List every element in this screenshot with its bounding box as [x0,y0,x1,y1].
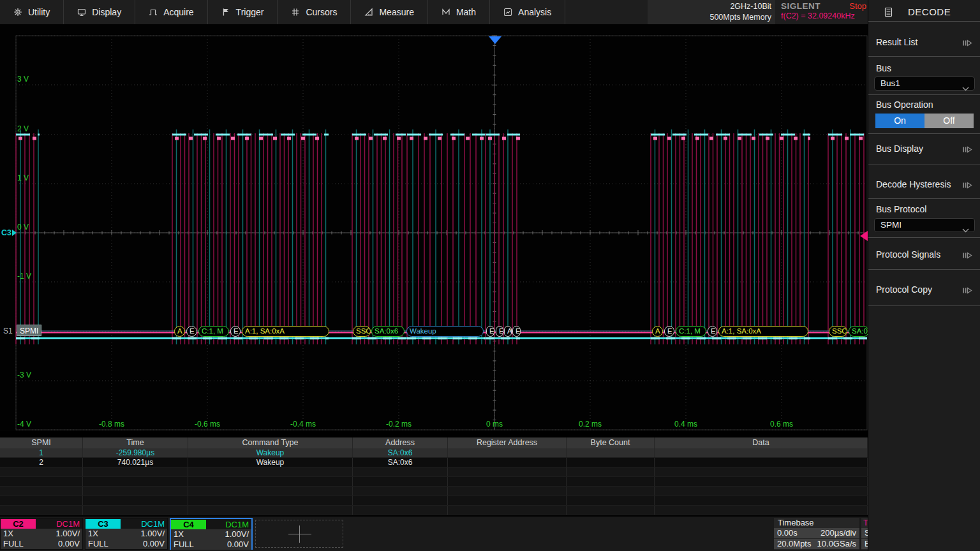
x-axis-tick-label: 0 ms [486,420,503,429]
analysis-icon [503,8,512,17]
table-cell [448,496,567,505]
table-cell [567,458,655,467]
menu-item-trigger[interactable]: Trigger [208,0,278,24]
crosshair-icon [299,525,300,543]
y-axis-tick-label: 3 V [17,75,29,84]
protocol-signals-button[interactable]: Protocol Signals [876,249,940,260]
y-axis-tick-label: -1 V [17,272,31,281]
table-cell [448,487,567,496]
table-cell [83,496,188,505]
y-axis-tick-label: -3 V [17,371,31,379]
decode-panel-icon [884,7,893,19]
timebase-scale: 200µs/div [820,528,856,538]
channel-box-c4[interactable]: C4DC1M1X1.00V/FULL0.00V [170,518,253,550]
brand-box: SIGLENT Stop f(C2) = 32.09240kHz [780,0,868,24]
y-axis-tick-label: -4 V [17,420,31,429]
channel-badge: C2 [1,519,36,529]
x-axis-tick-label: -0.8 ms [99,420,124,429]
decode-bubble: A:1, SA:0xA [242,326,329,337]
table-cell [188,506,353,515]
menu-item-analysis[interactable]: Analysis [490,0,565,24]
table-cell: Register Address [448,437,567,448]
expand-right-icon[interactable] [962,181,973,191]
expand-right-icon[interactable] [962,286,973,297]
table-cell: Wakeup [188,458,353,467]
menu-item-display[interactable]: Display [64,0,135,24]
menu-item-measure[interactable]: Measure [351,0,427,24]
add-channel-box[interactable] [255,520,343,548]
channel-coupling: DC1M [141,519,167,529]
bus-select-value: Bus1 [880,78,900,88]
table-cell [0,487,83,496]
table-cell: Address [353,437,448,448]
result-list-button[interactable]: Result List [876,37,917,47]
menu-item-math[interactable]: Math [428,0,490,24]
measure-icon [364,8,373,17]
separator [868,305,980,306]
trigger-position-marker[interactable] [489,36,501,44]
table-row-empty [0,467,868,477]
decode-bubble: E [708,326,717,337]
decode-bubble: E [664,326,674,337]
channel-box-c2[interactable]: C2DC1M1X1.00V/FULL0.00V [0,518,83,550]
table-cell: Time [83,437,188,448]
decode-panel-title: DECODE [908,6,951,17]
bus-operation-on-button[interactable]: On [875,114,924,128]
table-row[interactable]: 1-259.980µsWakeupSA:0x6 [0,448,868,458]
acquisition-state-badge[interactable]: Stop [849,1,866,11]
menu-item-utility[interactable]: Utility [0,0,64,24]
table-row[interactable]: 2740.021µsWakeupSA:0x6 [0,458,868,467]
table-row-empty [0,487,868,496]
table-header-row: SPMITimeCommand TypeAddressRegister Addr… [0,437,868,448]
bus-select[interactable]: Bus1 [874,77,975,91]
table-cell [0,477,83,486]
table-cell [188,477,353,486]
table-cell [448,477,567,486]
expand-right-icon[interactable] [962,145,973,156]
channel-bandwidth: FULL [88,539,108,549]
trigger-level-marker[interactable] [860,231,868,241]
table-cell [448,467,567,476]
menu-item-label: Trigger [236,7,264,17]
bus-operation-label: Bus Operation [876,99,933,110]
decode-bubble: C:1, M [676,326,706,337]
menu-item-cursors[interactable]: Cursors [278,0,351,24]
table-cell [655,506,868,515]
channel-coupling: DC1M [225,520,251,529]
channel-c3-position-marker[interactable]: C3 [1,228,17,237]
bus-display-button[interactable]: Bus Display [876,143,923,154]
table-cell: 740.021µs [83,458,188,467]
bus-operation-toggle: On Off [875,114,974,128]
decode-track-bus-badge[interactable]: SPMI [17,325,41,336]
waveform-display-area[interactable]: 3 V2 V1 V0 V-1 V-3 V-4 V-0.8 ms-0.6 ms-0… [0,24,868,431]
table-cell [567,467,655,476]
table-cell [83,506,188,515]
menu-item-label: Math [456,7,476,17]
menu-item-acquire[interactable]: Acquire [135,0,207,24]
protocol-copy-button[interactable]: Protocol Copy [876,284,932,295]
table-cell [353,467,448,476]
decode-bubble: SA:0x6 [371,326,405,337]
decode-bubble: SA:0 [849,326,868,337]
expand-right-icon[interactable] [962,39,973,49]
timebase-box[interactable]: Timebase 0.00s 200µs/div 20.0Mpts 10.0GS… [774,518,859,550]
waveform-grid [0,24,868,431]
decode-hysteresis-button[interactable]: Decode Hysteresis [876,179,951,189]
channel-attenuation: 1X [88,529,98,539]
decode-bubble: SSC [829,326,847,337]
bus-operation-off-button[interactable]: Off [924,114,974,128]
channel-attenuation: 1X [174,529,184,540]
table-cell: Wakeup [188,448,353,457]
bottom-status-bar: C2DC1M1X1.00V/FULL0.00VC3DC1M1X1.00V/FUL… [0,517,980,551]
table-cell [567,496,655,505]
table-cell [448,448,567,457]
decode-bubble: A [504,326,512,337]
expand-right-icon[interactable] [962,251,973,261]
separator [868,133,980,134]
decode-bubble: SSC [353,326,371,337]
bus-protocol-select[interactable]: SPMI [874,218,975,232]
gear-icon [13,8,22,17]
decode-bubble: Wakeup [406,326,484,337]
x-axis-tick-label: 0.2 ms [579,420,602,429]
channel-box-c3[interactable]: C3DC1M1X1.00V/FULL0.00V [85,518,168,550]
